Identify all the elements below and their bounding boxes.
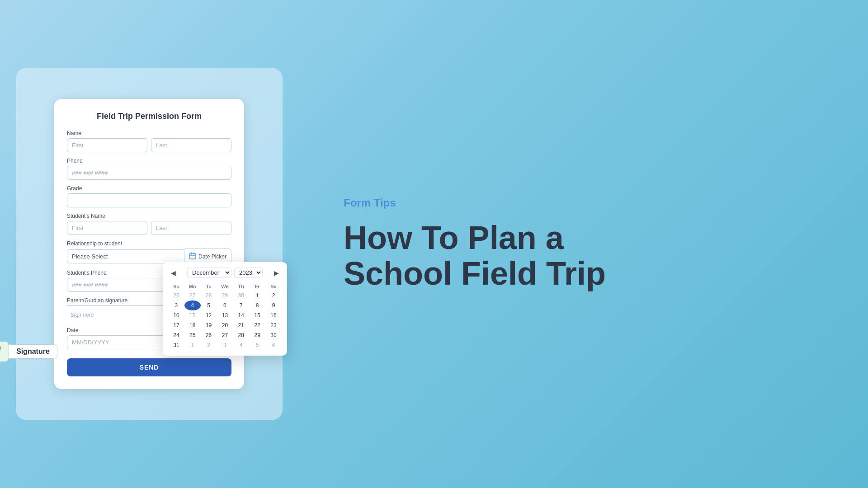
next-month-button[interactable]: ▶ <box>271 268 282 277</box>
svg-rect-8 <box>0 346 1 348</box>
student-name-row <box>67 221 231 235</box>
grade-label: Grade <box>67 185 231 192</box>
date-input[interactable] <box>67 335 171 349</box>
calendar-day[interactable]: 7 <box>233 300 249 310</box>
calendar-day[interactable]: 4 <box>184 300 201 310</box>
calendar-day[interactable]: 17 <box>168 320 184 330</box>
calendar-day[interactable]: 23 <box>265 320 282 330</box>
month-year-selectors: December JanuaryFebruaryMarch AprilMayJu… <box>187 267 263 278</box>
calendar-day[interactable]: 5 <box>201 300 217 310</box>
calendar-day[interactable]: 1 <box>184 340 201 350</box>
calendar-day[interactable]: 22 <box>249 320 265 330</box>
calendar-day[interactable]: 29 <box>249 330 265 340</box>
name-label: Name <box>67 130 231 136</box>
relationship-select[interactable]: Please Select Parent Guardian Sibling <box>67 249 184 263</box>
calendar-day[interactable]: 14 <box>233 310 249 320</box>
date-picker-label: Date Picker <box>198 253 226 260</box>
year-select[interactable]: 2023 20242022 <box>234 267 263 278</box>
day-header-tu: Tu <box>201 282 217 291</box>
student-first-input[interactable] <box>67 221 147 235</box>
calendar-day[interactable]: 26 <box>168 291 184 300</box>
day-header-we: We <box>217 282 233 291</box>
calendar-day[interactable]: 12 <box>201 310 217 320</box>
calendar-day[interactable]: 13 <box>217 310 233 320</box>
calendar-day[interactable]: 31 <box>168 340 184 350</box>
calendar-day[interactable]: 11 <box>184 310 201 320</box>
day-header-mo: Mo <box>184 282 201 291</box>
calendar-day[interactable]: 15 <box>249 310 265 320</box>
grade-group: Grade <box>67 185 231 207</box>
main-heading: How To Plan a School Field Trip <box>344 220 823 291</box>
calendar-day[interactable]: 3 <box>168 300 184 310</box>
calendar-grid: Su Mo Tu We Th Fr Sa 2627282930123456789… <box>168 282 282 350</box>
calendar-day[interactable]: 8 <box>249 300 265 310</box>
signature-label: Signature <box>9 344 57 359</box>
calendar-day[interactable]: 20 <box>217 320 233 330</box>
prev-month-button[interactable]: ◀ <box>168 268 179 277</box>
left-panel: Field Trip Permission Form Name Phone Gr… <box>0 0 298 488</box>
student-phone-input[interactable] <box>67 278 171 292</box>
calendar-day[interactable]: 19 <box>201 320 217 330</box>
calendar-day[interactable]: 16 <box>265 310 282 320</box>
signature-badge: Signature <box>0 342 57 361</box>
form-tips-label: Form Tips <box>344 197 823 209</box>
calendar-day[interactable]: 4 <box>233 340 249 350</box>
phone-group: Phone <box>67 158 231 180</box>
send-button[interactable]: SEND <box>67 358 231 376</box>
right-panel: Form Tips How To Plan a School Field Tri… <box>298 160 868 328</box>
last-name-input[interactable] <box>151 138 231 152</box>
name-group: Name <box>67 130 231 152</box>
sign-here-text: Sign here <box>71 312 94 318</box>
card-background: Field Trip Permission Form Name Phone Gr… <box>16 68 283 420</box>
student-name-label: Student's Name <box>67 213 231 219</box>
month-select[interactable]: December JanuaryFebruaryMarch AprilMayJu… <box>187 267 231 278</box>
day-header-fr: Fr <box>249 282 265 291</box>
calendar-day[interactable]: 25 <box>184 330 201 340</box>
student-last-input[interactable] <box>151 221 231 235</box>
phone-input[interactable] <box>67 166 231 180</box>
day-header-sa: Sa <box>265 282 282 291</box>
calendar-day[interactable]: 30 <box>265 330 282 340</box>
signature-icon-box <box>0 342 9 361</box>
day-header-th: Th <box>233 282 249 291</box>
calendar-day[interactable]: 21 <box>233 320 249 330</box>
calendar-day[interactable]: 3 <box>217 340 233 350</box>
calendar-day[interactable]: 10 <box>168 310 184 320</box>
calendar-day[interactable]: 24 <box>168 330 184 340</box>
calendar-day[interactable]: 6 <box>217 300 233 310</box>
heading-line1: How To Plan a <box>344 220 564 256</box>
heading-line2: School Field Trip <box>344 255 606 291</box>
day-header-su: Su <box>168 282 184 291</box>
phone-label: Phone <box>67 158 231 164</box>
grade-input[interactable] <box>67 193 231 207</box>
calendar-icon <box>189 252 196 261</box>
calendar-day[interactable]: 29 <box>217 291 233 300</box>
calendar-day[interactable]: 28 <box>201 291 217 300</box>
calendar-day[interactable]: 18 <box>184 320 201 330</box>
calendar-day[interactable]: 9 <box>265 300 282 310</box>
relationship-group: Relationship to student Please Select Pa… <box>67 240 231 264</box>
calendar-day[interactable]: 27 <box>217 330 233 340</box>
calendar-day[interactable]: 26 <box>201 330 217 340</box>
calendar-day[interactable]: 27 <box>184 291 201 300</box>
calendar-day[interactable]: 2 <box>265 291 282 300</box>
first-name-input[interactable] <box>67 138 147 152</box>
relationship-label: Relationship to student <box>67 240 231 247</box>
student-name-group: Student's Name <box>67 213 231 235</box>
svg-rect-0 <box>189 253 196 259</box>
calendar-day[interactable]: 1 <box>249 291 265 300</box>
name-row <box>67 138 231 152</box>
calendar-day[interactable]: 5 <box>249 340 265 350</box>
calendar-day[interactable]: 30 <box>233 291 249 300</box>
date-picker-popup: ◀ December JanuaryFebruaryMarch AprilMay… <box>163 262 287 356</box>
pencil-icon <box>0 346 5 357</box>
calendar-day[interactable]: 28 <box>233 330 249 340</box>
calendar-day[interactable]: 6 <box>265 340 282 350</box>
calendar-nav: ◀ December JanuaryFebruaryMarch AprilMay… <box>168 267 282 278</box>
form-title: Field Trip Permission Form <box>67 112 231 121</box>
calendar-day[interactable]: 2 <box>201 340 217 350</box>
